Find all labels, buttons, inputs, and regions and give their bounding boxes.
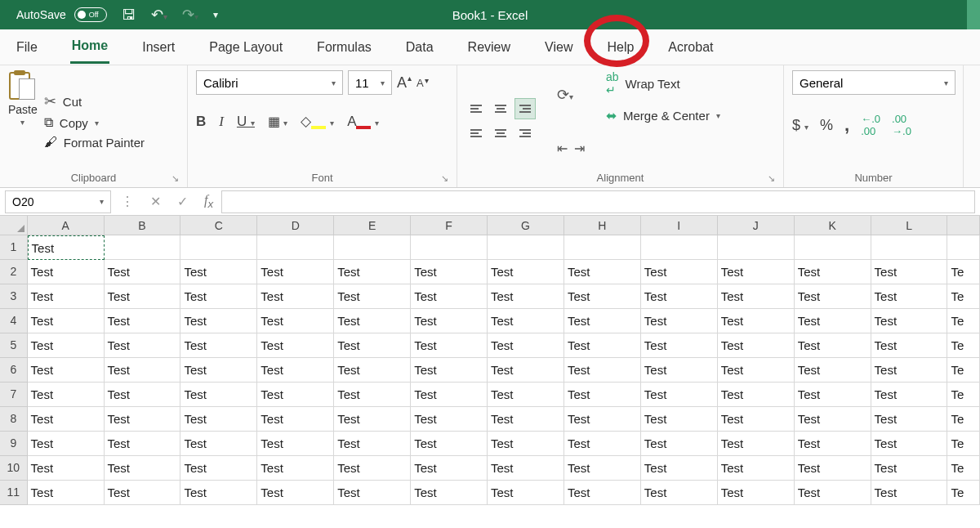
cell[interactable]: Test [871, 358, 948, 383]
cell[interactable]: Test [180, 309, 257, 333]
cell[interactable]: Test [488, 284, 564, 309]
col-header[interactable] [947, 216, 980, 235]
tab-view[interactable]: View [543, 32, 574, 63]
comma-format-button[interactable]: , [844, 114, 849, 136]
cell[interactable]: Test [334, 358, 411, 383]
cell[interactable]: Test [564, 333, 641, 358]
row-header[interactable]: 2 [0, 260, 28, 284]
col-header[interactable]: B [105, 216, 181, 235]
number-format-select[interactable]: General▾ [792, 70, 956, 95]
fx-icon[interactable]: fx [204, 193, 213, 210]
cell[interactable]: Test [564, 456, 641, 481]
col-header[interactable]: G [488, 216, 564, 235]
cell[interactable]: Test [105, 309, 181, 333]
cell[interactable]: Test [180, 333, 257, 358]
cell[interactable]: Test [641, 383, 718, 407]
cell[interactable]: Test [180, 481, 257, 505]
undo-icon[interactable]: ↶▾ [151, 6, 167, 24]
col-header[interactable]: H [564, 216, 641, 235]
cell[interactable]: Test [795, 260, 871, 284]
cell[interactable]: Test [564, 309, 641, 333]
col-header[interactable]: L [871, 216, 948, 235]
save-icon[interactable]: 🖫 [122, 7, 136, 24]
cell[interactable]: Test [28, 284, 105, 309]
redo-icon[interactable]: ↷▾ [182, 6, 198, 24]
align-top-right[interactable] [514, 98, 536, 119]
clipboard-launcher-icon[interactable]: ↘ [172, 173, 179, 184]
cell[interactable]: Test [411, 407, 488, 432]
cell[interactable]: Test [564, 432, 641, 456]
cell[interactable]: Test [411, 481, 488, 505]
cell[interactable]: Test [28, 309, 105, 333]
autosave-toggle[interactable]: Off [74, 7, 107, 22]
cell[interactable]: Test [718, 407, 795, 432]
cell[interactable]: Test [105, 481, 181, 505]
cell[interactable]: Test [334, 333, 411, 358]
alignment-launcher-icon[interactable]: ↘ [768, 173, 775, 184]
cell[interactable]: Test [105, 432, 181, 456]
cell[interactable]: Test [871, 456, 948, 481]
cell[interactable]: Te [947, 481, 980, 505]
increase-decimal-button[interactable]: ←.0.00 [861, 113, 880, 137]
cell[interactable] [488, 235, 564, 260]
cell[interactable]: Test [257, 333, 334, 358]
cell[interactable]: Test [411, 383, 488, 407]
cell[interactable]: Test [488, 481, 564, 505]
cell[interactable]: Test [28, 260, 105, 284]
cell[interactable]: Test [411, 358, 488, 383]
cell[interactable]: Test [488, 333, 564, 358]
cell[interactable]: Test [180, 383, 257, 407]
copy-button[interactable]: ⧉ Copy ▾ [44, 115, 145, 130]
col-header[interactable]: J [718, 216, 795, 235]
cell[interactable]: Test [795, 481, 871, 505]
cell[interactable]: Test [795, 383, 871, 407]
cell[interactable]: Test [105, 383, 181, 407]
align-top-left[interactable] [466, 98, 487, 119]
cell[interactable] [641, 235, 718, 260]
align-bottom-left[interactable] [466, 123, 487, 144]
cell[interactable]: Te [947, 309, 980, 333]
cell[interactable]: Test [795, 407, 871, 432]
increase-indent-button[interactable]: ⇥ [574, 141, 585, 156]
decrease-indent-button[interactable]: ⇤ [557, 141, 568, 156]
borders-button[interactable]: ▦ ▾ [268, 114, 287, 129]
col-header[interactable]: C [180, 216, 257, 235]
cell[interactable]: Test [28, 235, 105, 260]
cell[interactable]: Test [28, 407, 105, 432]
cell[interactable]: Te [947, 284, 980, 309]
tab-page-layout[interactable]: Page Layout [207, 32, 284, 63]
row-header[interactable]: 4 [0, 309, 28, 333]
cell[interactable]: Te [947, 407, 980, 432]
col-header[interactable]: F [411, 216, 488, 235]
cell[interactable]: Test [795, 456, 871, 481]
align-bottom-center[interactable] [490, 123, 511, 144]
cell[interactable]: Test [28, 358, 105, 383]
cell[interactable]: Test [257, 432, 334, 456]
cell[interactable]: Test [411, 456, 488, 481]
cell[interactable]: Test [795, 309, 871, 333]
cell[interactable]: Te [947, 456, 980, 481]
cell[interactable]: Test [641, 456, 718, 481]
col-header[interactable]: D [257, 216, 334, 235]
row-header[interactable]: 1 [0, 235, 28, 260]
cell[interactable]: Test [871, 481, 948, 505]
tab-help[interactable]: Help [605, 32, 635, 63]
cell[interactable]: Test [180, 456, 257, 481]
cell[interactable]: Te [947, 260, 980, 284]
cell[interactable]: Test [411, 333, 488, 358]
cell[interactable]: Test [334, 432, 411, 456]
cell[interactable] [411, 235, 488, 260]
row-header[interactable]: 3 [0, 284, 28, 309]
col-header[interactable]: E [334, 216, 411, 235]
cell[interactable]: Test [641, 309, 718, 333]
cell[interactable]: Test [718, 358, 795, 383]
tab-insert[interactable]: Insert [140, 32, 176, 63]
cell[interactable]: Test [334, 309, 411, 333]
fill-color-button[interactable]: ◇ ▾ [301, 113, 334, 130]
cell[interactable]: Test [718, 481, 795, 505]
cell[interactable]: Test [718, 260, 795, 284]
cell[interactable]: Test [257, 481, 334, 505]
cell[interactable]: Test [871, 309, 948, 333]
cell[interactable]: Test [180, 407, 257, 432]
row-header[interactable]: 5 [0, 333, 28, 358]
